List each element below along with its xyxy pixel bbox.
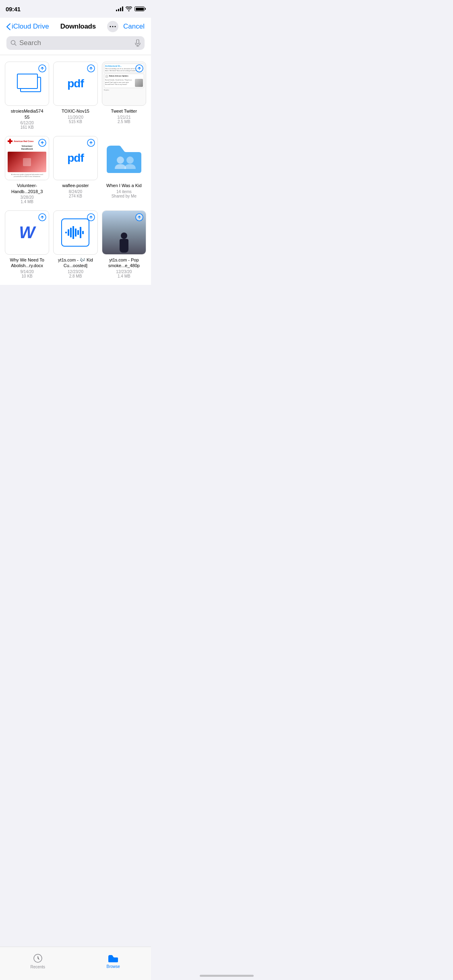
nav-actions: Cancel	[107, 21, 145, 32]
upload-icon	[87, 139, 95, 147]
signal-icon	[116, 6, 123, 11]
cancel-button[interactable]: Cancel	[123, 23, 145, 31]
list-item[interactable]: American Red Cross VolunteerHandbook A r…	[5, 136, 49, 204]
file-name: waflee-poster	[62, 183, 89, 188]
file-name: When I Was a Kid	[106, 183, 142, 188]
file-date: 6/12/20	[20, 121, 33, 125]
folder-icon	[106, 142, 142, 174]
file-date: 9/14/20	[20, 270, 33, 274]
files-content: stroiesMedia57455 6/12/20 161 KB pdf TOX…	[0, 55, 151, 321]
file-thumbnail: American Red Cross VolunteerHandbook A r…	[5, 136, 49, 180]
navigation-bar: iCloud Drive Downloads Cancel	[0, 18, 151, 55]
file-name: TOXIC-Nov15	[62, 108, 89, 114]
list-item[interactable]: yt1s.com - Pop smoke...e_480p 12/23/20 1…	[102, 210, 146, 278]
file-date: 14 items	[116, 189, 132, 194]
file-size: 1.4 MB	[21, 200, 33, 204]
svg-rect-20	[72, 226, 74, 239]
file-name: stroiesMedia57455	[11, 108, 43, 120]
search-bar[interactable]	[6, 36, 145, 50]
file-size: 2.8 MB	[69, 274, 82, 278]
word-icon: W	[19, 223, 35, 242]
list-item[interactable]: W Why We Need To Abolish...ry.docx 9/14/…	[5, 210, 49, 278]
file-thumbnail	[102, 210, 146, 255]
status-bar: 09:41	[0, 0, 151, 18]
file-thumbnail	[102, 136, 146, 180]
svg-rect-22	[77, 230, 79, 235]
file-name: Tweet Twitter	[111, 108, 137, 114]
file-size: 274 KB	[69, 194, 82, 198]
status-time: 09:41	[6, 6, 21, 12]
pdf-icon: pdf	[67, 152, 84, 165]
svg-rect-19	[70, 228, 72, 237]
slides-icon	[13, 70, 41, 98]
list-item[interactable]: pdf TOXIC-Nov15 11/20/20 515 KB	[53, 62, 97, 130]
file-thumbnail: Architectural Di... This is honestly one…	[102, 62, 146, 106]
file-date: 1/21/21	[117, 115, 130, 119]
file-thumbnail: pdf	[53, 136, 97, 180]
svg-rect-23	[80, 227, 81, 238]
svg-rect-4	[137, 39, 139, 44]
list-item[interactable]: Architectural Di... This is honestly one…	[102, 62, 146, 130]
file-size: 515 KB	[69, 119, 82, 124]
file-size: 1.4 MB	[118, 274, 130, 278]
upload-icon	[38, 139, 46, 147]
svg-point-2	[115, 26, 116, 27]
battery-icon	[134, 6, 145, 11]
list-item[interactable]: pdf waflee-poster 8/24/20 274 KB	[53, 136, 97, 204]
file-size: Shared by Me	[112, 194, 137, 198]
svg-point-15	[126, 156, 134, 164]
back-button[interactable]: iCloud Drive	[6, 23, 49, 31]
file-thumbnail	[5, 62, 49, 106]
files-container: stroiesMedia57455 6/12/20 161 KB pdf TOX…	[0, 55, 151, 285]
file-date: 12/23/20	[68, 270, 83, 274]
more-button[interactable]	[107, 21, 118, 32]
search-input[interactable]	[19, 39, 132, 47]
page-title: Downloads	[60, 23, 96, 31]
pdf-icon: pdf	[67, 77, 84, 90]
file-thumbnail: pdf	[53, 62, 97, 106]
list-item[interactable]: stroiesMedia57455 6/12/20 161 KB	[5, 62, 49, 130]
upload-icon	[135, 213, 143, 221]
file-thumbnail: W	[5, 210, 49, 255]
search-icon	[10, 40, 17, 46]
list-item[interactable]: When I Was a Kid 14 items Shared by Me	[102, 136, 146, 204]
file-name: yt1s.com - Pop smoke...e_480p	[102, 257, 146, 269]
file-date: 8/24/20	[69, 189, 82, 194]
svg-point-1	[112, 26, 114, 27]
upload-icon	[38, 213, 46, 221]
microphone-icon	[135, 39, 141, 47]
upload-icon	[87, 64, 95, 72]
file-thumbnail	[53, 210, 97, 255]
svg-rect-17	[65, 232, 67, 233]
svg-point-0	[110, 26, 111, 27]
svg-rect-11	[8, 140, 12, 142]
wifi-icon	[126, 6, 132, 11]
file-size: 10 KB	[22, 274, 33, 278]
list-item[interactable]: yt1s.com - 🎶 Kid Cu...oosted] 12/23/20 2…	[53, 210, 97, 278]
file-date: 12/23/20	[116, 270, 132, 274]
file-size: 2.5 MB	[118, 119, 130, 124]
back-label: iCloud Drive	[12, 23, 49, 31]
file-name: yt1s.com - 🎶 Kid Cu...oosted]	[53, 257, 97, 269]
status-icons	[116, 6, 145, 11]
upload-icon	[87, 213, 95, 221]
audio-icon	[61, 218, 89, 247]
file-size: 161 KB	[21, 125, 34, 130]
svg-rect-21	[75, 229, 77, 237]
files-grid: stroiesMedia57455 6/12/20 161 KB pdf TOX…	[5, 62, 146, 278]
upload-icon	[135, 64, 143, 72]
svg-rect-18	[68, 229, 69, 236]
svg-rect-24	[82, 231, 84, 234]
file-date: 11/20/20	[68, 115, 83, 119]
svg-point-14	[117, 156, 124, 164]
upload-icon	[38, 64, 46, 72]
file-name: Volunteer-Handb...2018_3	[11, 183, 43, 194]
file-name: Why We Need To Abolish...ry.docx	[5, 257, 49, 269]
file-date: 3/28/20	[20, 195, 33, 200]
